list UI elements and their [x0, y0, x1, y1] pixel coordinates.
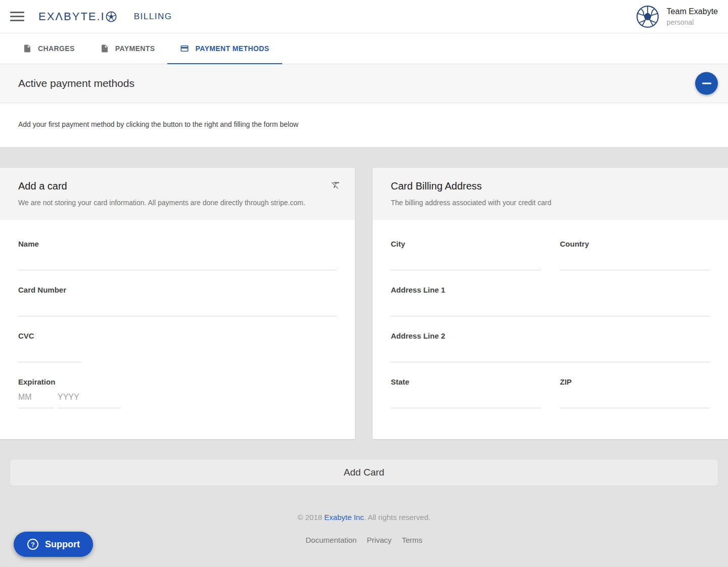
address1-field-group: Address Line 1 [391, 286, 710, 316]
minus-icon [702, 83, 711, 84]
city-input[interactable] [391, 248, 541, 270]
card-number-field-group: Card Number [18, 286, 337, 316]
exabyte-logo[interactable]: EXΛBYTE.I [38, 10, 117, 23]
copyright-prefix: © 2018 [298, 513, 325, 522]
add-card-subtitle: We are not storing your card information… [18, 199, 337, 207]
billing-address-panel: Card Billing Address The billing address… [373, 168, 728, 439]
company-link[interactable]: Exabyte Inc [324, 513, 363, 522]
card-number-label: Card Number [18, 286, 337, 294]
name-field-group: Name [18, 240, 337, 270]
active-payment-methods-header: Active payment methods [0, 64, 728, 103]
support-button[interactable]: ? Support [14, 532, 93, 557]
cvc-input[interactable] [18, 340, 81, 362]
soccer-ball-logo-icon [106, 11, 117, 22]
section-title: Active payment methods [18, 77, 134, 89]
billing-breadcrumb: BILLING [134, 12, 172, 22]
documentation-link[interactable]: Documentation [306, 536, 357, 544]
document-icon [23, 44, 32, 53]
tab-label: PAYMENTS [115, 44, 155, 53]
tab-payment-methods[interactable]: PAYMENT METHODS [167, 33, 282, 64]
tab-payments[interactable]: PAYMENTS [87, 33, 168, 64]
address2-field-group: Address Line 2 [391, 332, 710, 362]
tab-label: CHARGES [38, 44, 75, 53]
expiration-year-input[interactable] [58, 386, 121, 408]
team-name: Team Exabyte [667, 7, 718, 16]
zip-input[interactable] [560, 386, 710, 408]
format-clear-icon [331, 180, 341, 190]
team-type: personal [667, 18, 718, 26]
footer-links: Documentation Privacy Terms [0, 536, 728, 544]
address-line-2-label: Address Line 2 [391, 332, 710, 340]
country-field-group: Country [560, 240, 710, 270]
billing-address-subtitle: The billing address associated with your… [391, 199, 710, 207]
name-input[interactable] [18, 248, 337, 270]
expiration-field-group: Expiration [18, 377, 337, 408]
country-input[interactable] [560, 248, 710, 270]
city-field-group: City [391, 240, 541, 270]
app-header: EXΛBYTE.I BILLING [0, 0, 728, 33]
copyright-suffix: . All rights reserved. [364, 513, 431, 522]
document-icon [100, 44, 109, 53]
team-info: Team Exabyte personal [667, 7, 718, 26]
billing-address-title: Card Billing Address [391, 180, 710, 192]
state-label: State [391, 377, 541, 386]
help-question-icon: ? [27, 538, 39, 550]
add-card-button[interactable]: Add Card [10, 459, 718, 486]
payment-form-area: Add a card We are not storing your card … [0, 147, 728, 544]
page-footer: © 2018 Exabyte Inc. All rights reserved.… [0, 513, 728, 544]
copyright-text: © 2018 Exabyte Inc. All rights reserved. [0, 513, 728, 522]
billing-tab-bar: CHARGES PAYMENTS PAYMENT METHODS [0, 33, 728, 64]
add-card-form: Name Card Number CVC Expiration [0, 220, 355, 423]
country-label: Country [560, 240, 710, 248]
terms-link[interactable]: Terms [402, 536, 423, 544]
add-card-panel: Add a card We are not storing your card … [0, 168, 355, 439]
address-line-1-label: Address Line 1 [391, 286, 710, 294]
expiration-label: Expiration [18, 377, 337, 386]
support-label: Support [45, 539, 80, 550]
state-input[interactable] [391, 386, 541, 408]
state-field-group: State [391, 377, 541, 408]
zip-label: ZIP [560, 377, 710, 386]
section-description: Add your first payment method by clickin… [0, 103, 728, 147]
address-line-2-input[interactable] [391, 340, 710, 362]
tab-label: PAYMENT METHODS [195, 44, 269, 53]
credit-card-icon [180, 44, 189, 53]
card-number-input[interactable] [18, 294, 337, 316]
expiration-month-input[interactable] [18, 386, 54, 408]
billing-address-header: Card Billing Address The billing address… [373, 168, 728, 220]
name-label: Name [18, 240, 337, 248]
privacy-link[interactable]: Privacy [367, 536, 391, 544]
add-card-title: Add a card [18, 180, 337, 192]
team-avatar[interactable] [636, 5, 659, 28]
billing-address-form: City Country Address Line 1 Address Line… [373, 220, 728, 423]
svg-text:?: ? [31, 541, 34, 548]
zip-field-group: ZIP [560, 377, 710, 408]
tab-charges[interactable]: CHARGES [10, 33, 87, 64]
city-label: City [391, 240, 541, 248]
account-area: Team Exabyte personal [636, 5, 718, 28]
cvc-label: CVC [18, 332, 337, 340]
collapse-section-button[interactable] [695, 72, 718, 95]
add-card-header: Add a card We are not storing your card … [0, 168, 355, 220]
menu-button[interactable] [10, 9, 24, 24]
menu-icon [10, 12, 24, 13]
clear-form-button[interactable] [330, 179, 342, 191]
address-line-1-input[interactable] [391, 294, 710, 316]
cvc-field-group: CVC [18, 332, 337, 362]
logo-text: EXΛBYTE.I [38, 10, 105, 23]
